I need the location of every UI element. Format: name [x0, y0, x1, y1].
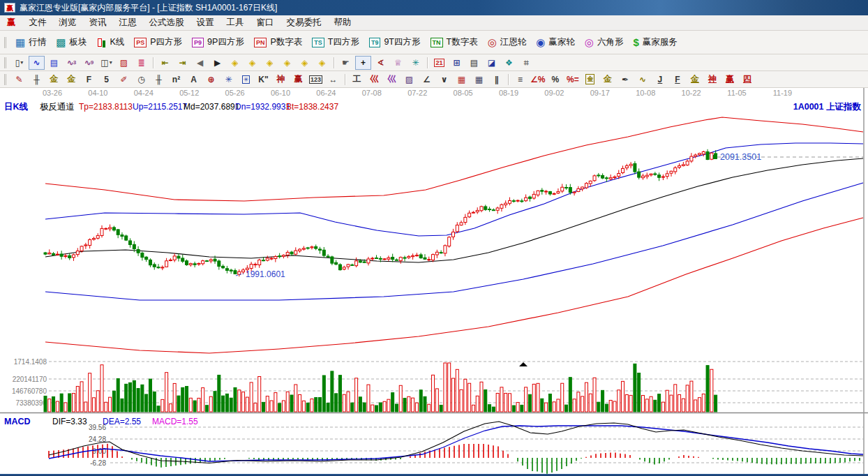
tool-candle-style-dropdown[interactable]: ▯▾: [11, 56, 27, 70]
tool-star-square[interactable]: ✳: [238, 73, 254, 87]
toolbar-p-square[interactable]: PSP四方形: [129, 34, 187, 51]
tool-si-angle[interactable]: 四: [739, 73, 755, 87]
menu-item-4[interactable]: 公式选股: [143, 15, 190, 30]
menu-item-7[interactable]: 窗口: [250, 15, 280, 30]
tool-calculator[interactable]: ⊞: [449, 56, 465, 70]
toolbar-grip[interactable]: [4, 74, 6, 85]
toolbar-winner-service[interactable]: $赢家服务: [628, 34, 682, 51]
tool-calendar-21[interactable]: 21: [431, 56, 447, 70]
tool-quote-bars[interactable]: ≡: [512, 73, 528, 87]
tool-j-angle[interactable]: J: [652, 73, 668, 87]
tool-page-next[interactable]: ▶: [209, 56, 225, 70]
tool-gold-circle[interactable]: 金: [582, 73, 598, 87]
tool-gann-crown[interactable]: ♕: [390, 56, 406, 70]
tool-volume-profile[interactable]: ≣: [133, 56, 149, 70]
tool-last-bar[interactable]: ⇥: [174, 56, 190, 70]
tool-diamond-scroll-right[interactable]: ◈: [244, 56, 260, 70]
tool-spiral-5[interactable]: 5: [98, 73, 114, 87]
tool-ruler-ticks[interactable]: ╫: [29, 73, 45, 87]
tool-wave-9[interactable]: ∿9: [81, 56, 97, 70]
tool-gold-scale-1[interactable]: 金: [46, 73, 62, 87]
toolbar-9t-square[interactable]: T99T四方形: [364, 34, 426, 51]
tool-circle-cross[interactable]: ⊕: [203, 73, 219, 87]
tool-gold-scale-2[interactable]: 金: [63, 73, 80, 87]
tool-gold-levels[interactable]: 金: [599, 73, 615, 87]
tool-bar-type-dropdown[interactable]: ◫▾: [98, 56, 114, 70]
tool-wave-3[interactable]: ∿3: [63, 56, 80, 70]
menu-item-8[interactable]: 交易委托: [280, 15, 328, 30]
toolbar-t-table[interactable]: TNT数字表: [426, 34, 483, 51]
volume-bar: [641, 396, 644, 412]
tool-shen-ruler[interactable]: 神: [273, 73, 289, 87]
toolbar-quotes[interactable]: ▦行情: [10, 34, 51, 51]
menu-item-1[interactable]: 浏览: [53, 15, 83, 30]
toolbar-grip[interactable]: [4, 37, 6, 48]
tool-petal-flower[interactable]: ✳: [407, 56, 424, 70]
tool-diamond-expand-h[interactable]: ◈: [262, 56, 278, 70]
tool-cycle-clock[interactable]: ◷: [133, 73, 149, 87]
tool-gold-wave[interactable]: ∿: [634, 73, 650, 87]
tool-percent[interactable]: %: [547, 73, 563, 87]
tool-first-bar[interactable]: ⇤: [157, 56, 173, 70]
tool-info-notes[interactable]: ▤: [46, 56, 62, 70]
tool-pan-hand[interactable]: ☛: [338, 56, 354, 70]
tool-f-angle[interactable]: F: [669, 73, 685, 87]
tool-grid-dark[interactable]: ▦: [471, 73, 487, 87]
toolbar-hexagon[interactable]: ◎六角形: [580, 34, 629, 51]
tool-draw-pencil[interactable]: ✎: [11, 73, 27, 87]
tool-angle-lines[interactable]: ∠: [419, 73, 435, 87]
tool-grid-red[interactable]: ▦: [454, 73, 470, 87]
tool-shen-angle[interactable]: 神: [704, 73, 720, 87]
tool-gold-angle[interactable]: 金: [687, 73, 703, 87]
tool-gann-frame[interactable]: 工: [349, 73, 365, 87]
toolbar-t-square[interactable]: TST四方形: [307, 34, 364, 51]
toolbar-9p-square[interactable]: P99P四方形: [187, 34, 249, 51]
tool-percent-levels[interactable]: %=: [564, 73, 581, 87]
toolbar-kline[interactable]: K线: [91, 34, 129, 51]
tool-pattern-overlay[interactable]: ∿: [29, 56, 45, 70]
main-chart-canvas[interactable]: 03-2604-1004-2405-1205-2606-1006-2407-08…: [0, 88, 868, 474]
volume-bar: [375, 406, 378, 412]
menu-item-5[interactable]: 设置: [190, 15, 220, 30]
tool-diamond-reset[interactable]: ◈: [314, 56, 330, 70]
tool-win-angle[interactable]: 赢: [721, 73, 738, 87]
menu-item-9[interactable]: 帮助: [328, 15, 358, 30]
tool-n-squared[interactable]: n²: [168, 73, 184, 87]
tool-pen-knife[interactable]: ✒: [617, 73, 633, 87]
tool-a-mirror[interactable]: A: [186, 73, 202, 87]
tool-notepad[interactable]: ▤: [466, 56, 482, 70]
toolbar-grip[interactable]: [4, 57, 6, 68]
tool-diamond-scroll-left[interactable]: ◈: [227, 56, 243, 70]
toolbar-sectors[interactable]: ▩板块: [51, 34, 91, 51]
toolbar-p-table[interactable]: PNP数字表: [249, 34, 307, 51]
menu-item-2[interactable]: 资讯: [83, 15, 113, 30]
tool-crosshair[interactable]: +: [355, 56, 371, 70]
menu-item-3[interactable]: 江恩: [113, 15, 143, 30]
tool-workstation[interactable]: ⌗: [518, 56, 534, 70]
tool-angle-measure[interactable]: ∢: [373, 56, 389, 70]
tool-zigzag-wave[interactable]: ∨: [436, 73, 452, 87]
tool-span-arrows[interactable]: ↔: [325, 73, 341, 87]
tool-diamond-shrink-h[interactable]: ◈: [279, 56, 295, 70]
tool-page-prev[interactable]: ◀: [192, 56, 208, 70]
menu-item-6[interactable]: 工具: [220, 15, 250, 30]
tool-pattern-red[interactable]: ▨: [116, 56, 132, 70]
tool-parallel-lines[interactable]: ∥: [488, 73, 504, 87]
tool-angle-percent[interactable]: ∠%: [530, 73, 546, 87]
toolbar-winner-wheel[interactable]: ◉赢家轮: [531, 34, 580, 51]
toolbar-gann-wheel[interactable]: ◎江恩轮: [483, 34, 532, 51]
tool-diamond-expand-all[interactable]: ◈: [297, 56, 313, 70]
tool-fan-red[interactable]: 巛: [366, 73, 382, 87]
tool-save-disk[interactable]: ◪: [484, 56, 500, 70]
tool-ruler-123[interactable]: 123: [308, 73, 324, 87]
tool-brush-red[interactable]: ✐: [116, 73, 132, 87]
tool-k-marks[interactable]: K": [255, 73, 271, 87]
tool-network-globe[interactable]: ❖: [501, 56, 517, 70]
tool-star-circle[interactable]: ✳: [220, 73, 237, 87]
tool-fan-purple[interactable]: 巛: [384, 73, 400, 87]
tool-win-ruler[interactable]: 赢: [290, 73, 306, 87]
tool-fan-box[interactable]: ▨: [401, 73, 417, 87]
tool-f-scale[interactable]: F: [81, 73, 97, 87]
menu-item-0[interactable]: 文件: [23, 15, 53, 30]
tool-ruler-ticks-2[interactable]: ╫: [151, 73, 167, 87]
